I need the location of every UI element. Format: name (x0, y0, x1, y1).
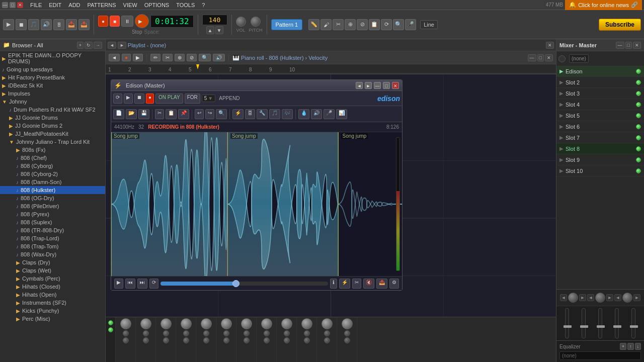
icon-btn-3[interactable]: 🎵 (28, 19, 39, 30)
ed-tool-copy[interactable]: 📋 (166, 109, 177, 119)
menu-options[interactable]: OPTIONS (141, 2, 173, 9)
icon-btn-6[interactable]: 📥 (66, 19, 77, 30)
editor-tool-4[interactable]: ⊘ (187, 54, 197, 61)
ed-footer-settings[interactable]: ⚙ (389, 279, 399, 289)
line-selector[interactable]: Line (420, 20, 438, 29)
fader-track-3[interactable] (598, 308, 602, 338)
browser-item-13[interactable]: ♪808 (Cyborg) (0, 162, 105, 170)
browser-item-31[interactable]: ▶Kicks (Punchy) (0, 307, 105, 315)
master-volume-knob[interactable] (236, 17, 246, 27)
channel-led-1[interactable] (108, 320, 113, 325)
browser-item-10[interactable]: ▼Johnny Juliano - Trap Lord Kit (0, 138, 105, 146)
mixer-led-5[interactable] (636, 113, 641, 118)
ch-dot-3a[interactable] (163, 330, 169, 336)
browser-item-3[interactable]: ▶iDBeatz 5k Kit (0, 81, 105, 89)
edison-minimize[interactable]: — (374, 82, 381, 89)
ed-loop-btn[interactable]: ⟳ (113, 94, 122, 104)
ed-tool-fx3[interactable]: 🎤 (324, 109, 335, 119)
ed-tool-zoom[interactable]: 🔍 (216, 109, 227, 119)
news-bar[interactable]: 🔔 Click for online news 🔗 (565, 0, 642, 10)
breadcrumb-velocity[interactable]: Velocity (308, 55, 328, 61)
browser-item-26[interactable]: ▶Claps (Wet) (0, 266, 105, 275)
editor-record[interactable]: ● (122, 54, 131, 61)
ed-tool-mix3[interactable]: 🔧 (257, 109, 268, 119)
ed-play-btn[interactable]: ▶ (124, 94, 133, 104)
browser-item-5[interactable]: ▼Johnny (0, 98, 105, 106)
browser-item-4[interactable]: ▶Impulses (0, 89, 105, 98)
mixer-slot-10[interactable]: ▶ Slot 10 (556, 165, 644, 176)
icon-btn-2[interactable]: ⏹ (16, 19, 27, 30)
ed-record-btn[interactable]: ● (146, 94, 154, 104)
tempo-up[interactable]: ▲ (206, 26, 214, 34)
ed-footer-normalize[interactable]: ⚡ (339, 279, 350, 289)
ed-tool-new[interactable]: 📄 (113, 109, 124, 119)
piano-tool-5[interactable]: ⊘ (357, 19, 368, 30)
ch-dot-2a[interactable] (143, 330, 149, 336)
send-knob-1[interactable] (568, 293, 578, 303)
ed-footer-loop[interactable]: ⟳ (149, 279, 158, 289)
ch-knob-2[interactable] (140, 318, 151, 329)
breadcrumb-pianoroll[interactable]: Piano roll (241, 55, 264, 61)
eq-btn-1[interactable]: + (620, 343, 626, 350)
editor-tool-6[interactable]: 🔊 (213, 54, 225, 61)
editor-close[interactable]: ✕ (545, 54, 553, 61)
ch-dot-12b[interactable] (344, 337, 350, 343)
send-arrow-right-3[interactable]: ► (633, 294, 640, 301)
ed-tool-cut[interactable]: ✂ (155, 109, 164, 119)
editor-play[interactable]: ▶ (133, 54, 143, 61)
ch-dot-4b[interactable] (183, 337, 189, 343)
ch-dot-1a[interactable] (123, 330, 129, 336)
mixer-led-3[interactable] (636, 91, 641, 96)
ed-for-btn[interactable]: FOR (185, 94, 200, 104)
pattern-selector[interactable]: Pattern 1 (271, 19, 303, 30)
mixer-led-4[interactable] (636, 102, 641, 107)
ed-tool-fx4[interactable]: 📊 (336, 109, 347, 119)
ed-tool-open[interactable]: 📂 (126, 109, 137, 119)
send-arrow-right-2[interactable]: ► (606, 294, 613, 301)
progress-bar[interactable] (160, 282, 328, 286)
ch-knob-11[interactable] (321, 318, 333, 329)
browser-item-22[interactable]: ♪808 (Trap-Lord) (0, 234, 105, 242)
fader-thumb-2[interactable] (580, 325, 588, 328)
edison-maximize[interactable]: □ (383, 82, 390, 89)
browser-item-14[interactable]: ♪808 (Cyborg-2) (0, 170, 105, 178)
mixer-slot-4[interactable]: ▶ Slot 4 (556, 99, 644, 110)
menu-view[interactable]: VIEW (120, 2, 140, 9)
ch-dot-6b[interactable] (223, 337, 229, 343)
ed-footer-play[interactable]: ▶ (114, 279, 123, 289)
ed-tool-fx2[interactable]: 🔊 (311, 109, 322, 119)
send-arrow-right-1[interactable]: ► (579, 294, 586, 301)
piano-tool-2[interactable]: 🖌 (320, 19, 332, 30)
piano-tool-4[interactable]: ⊕ (345, 19, 356, 30)
ch-dot-9b[interactable] (284, 337, 290, 343)
ch-dot-8a[interactable] (264, 330, 270, 336)
maximize-btn[interactable]: □ (10, 2, 16, 8)
fader-thumb-1[interactable] (564, 325, 572, 328)
ed-tool-fx1[interactable]: 💧 (298, 109, 309, 119)
menu-tools[interactable]: TOOLS (173, 2, 198, 9)
editor-minimize[interactable]: — (528, 54, 536, 61)
mixer-source-indicator[interactable] (558, 55, 566, 62)
browser-item-24[interactable]: ♪808 (Wax-Dry) (0, 250, 105, 258)
ed-tool-save[interactable]: 💾 (138, 109, 149, 119)
edison-close[interactable]: ✕ (392, 82, 399, 89)
ch-dot-11b[interactable] (324, 337, 330, 343)
tempo-down[interactable]: ▼ (215, 26, 223, 34)
playlist-nav-right[interactable]: ► (118, 42, 126, 49)
ch-knob-4[interactable] (181, 318, 192, 329)
mixer-led-9[interactable] (636, 157, 641, 162)
ch-dot-5a[interactable] (203, 330, 209, 336)
ch-knob-9[interactable] (281, 318, 292, 329)
ch-dot-10a[interactable] (304, 330, 310, 336)
browser-item-18[interactable]: ♪808 (PileDriver) (0, 202, 105, 210)
ed-footer-export[interactable]: 📤 (376, 279, 387, 289)
ch-dot-10b[interactable] (304, 337, 310, 343)
ch-dot-6a[interactable] (223, 330, 229, 336)
ch-dot-5b[interactable] (203, 337, 209, 343)
browser-item-29[interactable]: ▶Hihats (Open) (0, 291, 105, 299)
browser-item-20[interactable]: ♪808 (Suplex) (0, 218, 105, 226)
browser-item-11[interactable]: ▶808s (Fx) (0, 146, 105, 154)
mixer-led-6[interactable] (636, 124, 641, 129)
minimize-btn[interactable]: — (2, 2, 8, 8)
ed-tool-undo[interactable]: ↩ (195, 109, 204, 119)
